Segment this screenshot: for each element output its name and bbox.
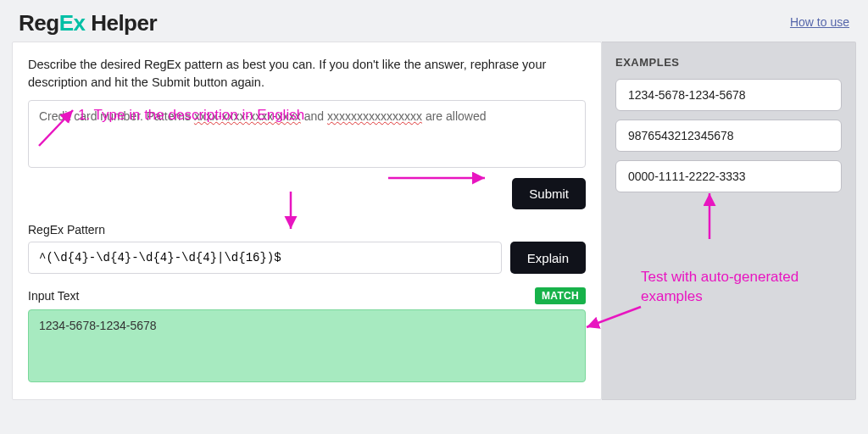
desc-pattern2: xxxxxxxxxxxxxxxx: [327, 109, 422, 123]
instructions-text: Describe the desired RegEx pattern as be…: [28, 56, 586, 92]
desc-prefix: Credit card number. Patterns: [39, 109, 194, 123]
input-text-label: Input Text: [28, 289, 79, 303]
how-to-use-link[interactable]: How to use: [790, 15, 849, 29]
example-item[interactable]: 9876543212345678: [615, 120, 842, 152]
match-badge: MATCH: [535, 287, 586, 304]
description-input[interactable]: Credit card number. Patterns xxxx-xxxx-x…: [28, 100, 586, 168]
examples-panel: EXAMPLES 1234-5678-1234-5678 98765432123…: [602, 42, 856, 400]
app-logo: RegEx Helper: [19, 10, 157, 36]
pattern-label: RegEx Pattern: [28, 223, 586, 236]
desc-mid: and: [301, 109, 327, 123]
main-panel: Describe the desired RegEx pattern as be…: [12, 42, 602, 400]
regex-pattern-input[interactable]: [28, 242, 502, 274]
logo-helper: Helper: [85, 10, 157, 36]
explain-button[interactable]: Explain: [510, 242, 586, 274]
example-item[interactable]: 0000-1111-2222-3333: [615, 160, 842, 192]
logo-ex: Ex: [59, 10, 86, 36]
example-item[interactable]: 1234-5678-1234-5678: [615, 79, 842, 111]
desc-suffix: are allowed: [422, 109, 487, 123]
examples-heading: EXAMPLES: [615, 56, 842, 69]
desc-pattern1: xxxx-xxxx-xxxx-xxxx: [194, 109, 301, 123]
input-text-area[interactable]: 1234-5678-1234-5678: [28, 309, 586, 382]
logo-reg: Reg: [19, 10, 59, 36]
submit-button[interactable]: Submit: [512, 178, 586, 209]
